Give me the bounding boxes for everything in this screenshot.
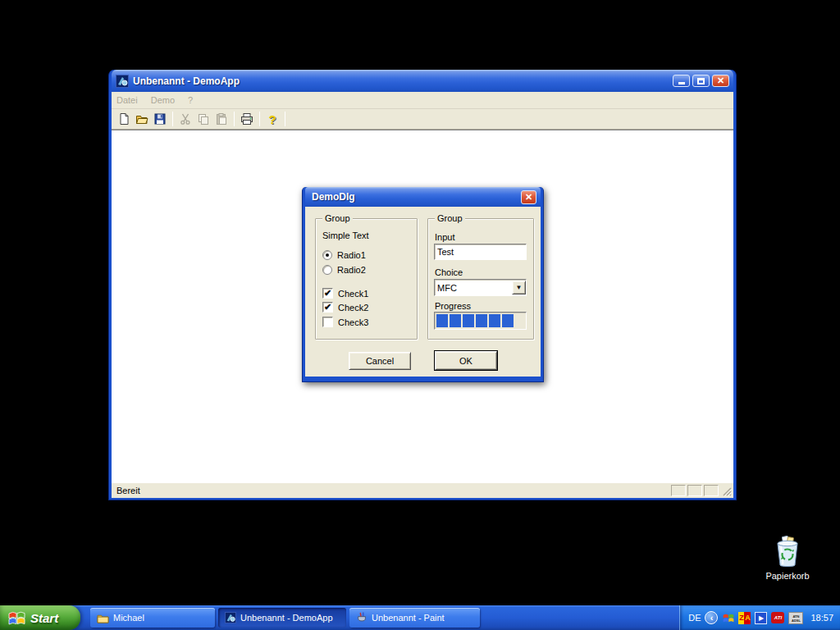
check2-label: Check2	[338, 303, 368, 313]
desktop: { "desktop": { "recycle_bin_label": "Pap…	[0, 0, 840, 630]
minimize-button[interactable]	[673, 75, 690, 87]
maximize-icon	[697, 78, 705, 84]
radio-radio2[interactable]: Radio2	[322, 265, 366, 275]
taskbar-button-demoapp[interactable]: Unbenannt - DemoApp	[218, 608, 346, 628]
status-text: Bereit	[113, 486, 669, 495]
play-glyph: ▶	[759, 614, 764, 622]
taskbar-button-paint[interactable]: Unbenannt - Paint	[349, 608, 480, 628]
help-glyph: ?	[268, 112, 276, 126]
close-button[interactable]: ✕	[712, 75, 729, 87]
taskbar-button-label: Michael	[113, 613, 144, 623]
progress-bar	[434, 312, 527, 330]
ati-icon[interactable]: ATI	[771, 612, 784, 623]
windows-flag-icon	[8, 610, 25, 626]
toolbar-separator	[285, 112, 285, 126]
hide-icons-chevron[interactable]: ‹	[705, 611, 718, 624]
checkbox-check3[interactable]: Check3	[322, 317, 368, 327]
messenger-icon[interactable]	[722, 612, 734, 624]
status-pane	[687, 485, 702, 496]
close-icon: ✕	[525, 193, 532, 202]
simple-text-label: Simple Text	[322, 231, 369, 240]
open-folder-icon[interactable]	[133, 111, 151, 127]
choice-label: Choice	[435, 267, 463, 277]
app-icon	[225, 612, 236, 623]
maximize-button[interactable]	[692, 75, 710, 87]
tray-clock[interactable]: 18:57	[810, 613, 833, 623]
taskbar-button-michael[interactable]: Michael	[90, 608, 215, 628]
combo-dropdown-button[interactable]: ▼	[512, 281, 526, 294]
progress-label: Progress	[435, 301, 471, 311]
input-field[interactable]	[435, 244, 526, 259]
check3-label: Check3	[338, 317, 368, 327]
checkbox-check2[interactable]: ✔ Check2	[322, 302, 368, 313]
language-indicator[interactable]: DE	[688, 613, 701, 623]
cancel-button-label: Cancel	[366, 356, 394, 366]
progress-chunk	[489, 314, 500, 327]
left-group-label: Group	[322, 213, 353, 223]
radio-unselected-icon	[322, 265, 332, 275]
copy-icon[interactable]	[194, 111, 212, 127]
ok-button-label: OK	[459, 356, 472, 366]
menu-item-help[interactable]: ?	[188, 95, 193, 105]
resize-grip[interactable]	[721, 486, 732, 496]
cut-icon[interactable]	[176, 111, 194, 127]
app-titlebar[interactable]: Unbenannt - DemoApp ✕	[112, 70, 733, 92]
save-icon[interactable]	[151, 111, 169, 127]
input-field-wrap	[434, 244, 527, 260]
dialog-titlebar[interactable]: DemoDlg ✕	[305, 187, 541, 207]
menu-item-demo[interactable]: Demo	[151, 95, 175, 105]
radio-selected-icon	[322, 250, 332, 260]
menu-item-datei[interactable]: Datei	[116, 95, 138, 105]
help-icon[interactable]: ?	[263, 111, 281, 127]
progress-chunk	[436, 314, 448, 327]
checkbox-checked-icon: ✔	[322, 302, 333, 313]
progress-chunk	[476, 314, 487, 327]
chevron-down-icon: ▼	[516, 284, 523, 291]
cancel-button[interactable]: Cancel	[349, 352, 411, 370]
adsl-status-icon[interactable]: ATN ADSL	[788, 612, 803, 624]
recycle-bin-label: Papierkorb	[755, 571, 820, 581]
chevron-left-icon: ‹	[710, 613, 714, 623]
dialog-close-button[interactable]: ✕	[521, 190, 536, 204]
status-pane	[671, 485, 686, 496]
demo-dialog: DemoDlg ✕ Group Simple Text Radio1 Radio…	[302, 187, 544, 382]
progress-chunk	[450, 314, 461, 327]
recycle-bin[interactable]: Papierkorb	[755, 535, 820, 581]
print-icon[interactable]	[238, 111, 256, 127]
start-button[interactable]: Start	[0, 605, 80, 630]
toolbar-separator	[234, 112, 235, 126]
toolbar: ?	[112, 109, 733, 130]
new-document-icon[interactable]	[115, 111, 133, 127]
zonealarm-a: A	[744, 612, 751, 624]
progress-chunk	[502, 314, 514, 327]
checkbox-checked-icon: ✔	[322, 288, 333, 299]
radio-radio1[interactable]: Radio1	[322, 250, 366, 260]
ok-button[interactable]: OK	[435, 351, 497, 370]
recycle-bin-icon	[772, 535, 803, 569]
zonealarm-z: Z	[738, 612, 744, 624]
toolbar-separator	[172, 112, 173, 126]
taskbar-button-label: Unbenannt - DemoApp	[240, 613, 333, 623]
paint-icon	[356, 612, 368, 623]
media-player-icon[interactable]: ▶	[755, 612, 767, 624]
adsl-text-bottom: ADSL	[789, 619, 802, 623]
choice-combobox[interactable]: MFC ▼	[434, 279, 527, 296]
zonealarm-icon[interactable]: Z A	[738, 612, 751, 624]
folder-icon	[97, 613, 109, 623]
right-groupbox: Group Input Choice MFC ▼ Progress	[427, 218, 534, 340]
status-pane	[704, 485, 719, 496]
right-group-label: Group	[435, 213, 465, 223]
toolbar-separator	[259, 112, 260, 126]
taskbar: Start Michael Unbenannt - DemoApp Unbena…	[0, 605, 840, 630]
check1-label: Check1	[338, 289, 368, 299]
paste-icon[interactable]	[212, 111, 231, 127]
statusbar: Bereit	[112, 482, 733, 498]
radio1-label: Radio1	[337, 250, 366, 260]
checkbox-check1[interactable]: ✔ Check1	[322, 288, 368, 299]
dialog-title: DemoDlg	[312, 191, 518, 203]
close-icon: ✕	[717, 76, 724, 85]
checkbox-unchecked-icon	[322, 317, 333, 327]
app-window-title: Unbenannt - DemoApp	[133, 75, 670, 87]
app-icon	[116, 75, 129, 88]
progress-chunk	[463, 314, 474, 327]
